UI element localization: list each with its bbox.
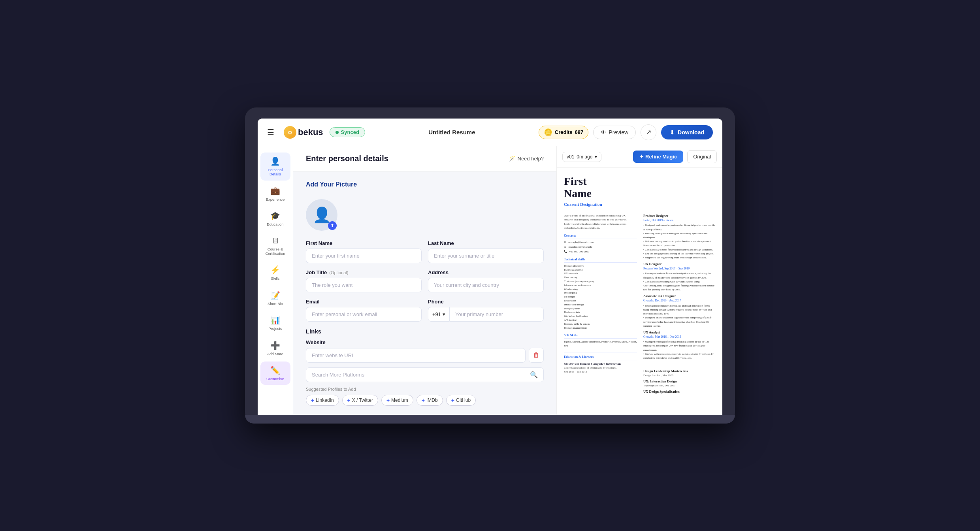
last-name-input[interactable] — [428, 249, 544, 263]
chip-medium[interactable]: + Medium — [381, 395, 413, 406]
resume-tech-skills-list: Product discovery Business analysis UX r… — [564, 264, 637, 330]
hamburger-icon[interactable]: ☰ — [267, 128, 274, 137]
sidebar-item-education[interactable]: 🎓 Education — [260, 207, 290, 230]
education-icon: 🎓 — [270, 211, 280, 220]
personal-details-icon: 👤 — [270, 156, 280, 166]
sidebar-item-projects[interactable]: 📊 Projects — [260, 311, 290, 335]
website-url-input[interactable] — [306, 348, 526, 363]
chip-plus-icon: + — [311, 397, 314, 403]
credits-icon: 🪙 — [544, 128, 552, 137]
links-title: Links — [306, 328, 544, 335]
original-button[interactable]: Original — [687, 150, 717, 163]
suggested-label: Suggested Profiles to Add — [306, 387, 544, 392]
resume-linkedin: in linkedin.com/example — [564, 245, 637, 249]
website-label: Website — [306, 339, 544, 345]
trash-icon: 🗑 — [533, 352, 539, 359]
sidebar-label-experience: Experience — [266, 197, 285, 201]
chip-linkedin[interactable]: + LinkedIn — [306, 395, 339, 406]
short-bio-icon: 📝 — [270, 290, 280, 300]
sidebar-item-course-cert[interactable]: 🖥 Course & Certification — [260, 232, 290, 260]
phone-prefix-selector[interactable]: +91 ▾ — [428, 307, 449, 322]
form-header: Enter personal details 🪄 Need help? — [293, 146, 556, 171]
sidebar-item-add-more[interactable]: ➕ Add More — [260, 337, 290, 360]
experience-icon: 💼 — [270, 186, 280, 196]
email-phone-row: Email Phone +91 ▾ — [306, 299, 544, 322]
customise-icon: ✏️ — [270, 365, 280, 375]
chevron-down-icon: ▾ — [595, 154, 597, 160]
magic-icon: 🪄 — [509, 156, 515, 162]
sidebar-item-short-bio[interactable]: 📝 Short Bio — [260, 286, 290, 310]
search-icon[interactable]: 🔍 — [530, 371, 538, 378]
sidebar-item-experience[interactable]: 💼 Experience — [260, 182, 290, 205]
address-input[interactable] — [428, 278, 544, 292]
need-help-button[interactable]: 🪄 Need help? — [509, 156, 544, 162]
sidebar-item-customise[interactable]: ✏️ Customise — [260, 362, 290, 385]
avatar-placeholder-icon: 👤 — [313, 206, 331, 224]
phone-label: Phone — [428, 299, 544, 305]
credits-value: 687 — [575, 129, 584, 135]
first-name-input[interactable] — [306, 249, 422, 263]
resume-email: ✉ example@domain.com — [564, 241, 637, 245]
chip-github[interactable]: + GitHub — [446, 395, 476, 406]
download-icon: ⬇ — [670, 129, 675, 136]
laptop-base — [245, 415, 735, 424]
delete-website-button[interactable]: 🗑 — [529, 348, 544, 363]
resume-designation: Current Designation — [564, 201, 715, 207]
email-input[interactable] — [306, 307, 422, 322]
share-icon: ↗ — [646, 128, 651, 136]
share-button[interactable]: ↗ — [641, 124, 656, 140]
main-layout: 👤 Personal Details 💼 Experience 🎓 Educat… — [258, 146, 722, 415]
avatar-upload-icon: ⬆ — [328, 221, 337, 230]
credits-badge: 🪙 Credits 687 — [539, 126, 589, 139]
email-label: Email — [306, 299, 422, 305]
name-row: First Name Last Name — [306, 240, 544, 263]
app-header: ☰ o bekus Synced Untitled Resume 🪙 Credi… — [258, 119, 722, 146]
chip-plus-icon: + — [451, 397, 454, 403]
sidebar-item-skills[interactable]: ⚡ Skills — [260, 261, 290, 284]
logo-text: bekus — [298, 127, 323, 137]
email-icon: ✉ — [564, 241, 566, 245]
phone-prefix-value: +91 — [432, 311, 441, 317]
refine-magic-button[interactable]: ✦ Refine Magic — [633, 151, 683, 163]
preview-label: Preview — [609, 129, 628, 136]
logo-icon: o — [284, 126, 296, 139]
download-button[interactable]: ⬇ Download — [661, 125, 713, 139]
search-platform-input[interactable] — [312, 368, 530, 382]
version-selector[interactable]: v01 0m ago ▾ — [562, 152, 601, 162]
chip-plus-icon: + — [386, 397, 390, 403]
synced-dot — [335, 131, 339, 134]
chip-twitter[interactable]: + X / Twitter — [342, 395, 378, 406]
resume-name: FirstName — [564, 175, 715, 200]
job-title-label: Job Title (Optional) — [306, 269, 422, 275]
form-area: Enter personal details 🪄 Need help? Add … — [293, 146, 556, 415]
resume-document: FirstName Current Designation Over 5 yea… — [557, 168, 722, 407]
preview-panel: v01 0m ago ▾ ✦ Refine Magic Original — [556, 146, 722, 415]
phone-input[interactable] — [449, 307, 544, 322]
eye-icon: 👁 — [601, 129, 606, 136]
refine-label: ✦ Refine Magic — [639, 154, 677, 160]
add-picture-title: Add Your Picture — [306, 181, 357, 188]
sidebar-item-personal-details[interactable]: 👤 Personal Details — [260, 153, 290, 181]
header-right: 🪙 Credits 687 👁 Preview ↗ ⬇ Download — [539, 124, 713, 140]
phone-icon: 📞 — [564, 250, 567, 254]
resume-education-title: Education & Licences — [564, 355, 637, 360]
url-input-row: 🗑 — [306, 348, 544, 363]
sidebar-label-add-more: Add More — [267, 352, 283, 356]
avatar-upload-button[interactable]: 👤 ⬆ — [306, 199, 337, 231]
resume-header-row: Over 5 years of professional experience … — [564, 211, 715, 394]
job-title-group: Job Title (Optional) — [306, 269, 422, 292]
sidebar-label-course-cert: Course & Certification — [264, 247, 287, 256]
job-title-input[interactable] — [306, 278, 422, 292]
chip-plus-icon: + — [422, 397, 425, 403]
sidebar-label-customise: Customise — [266, 377, 284, 381]
chip-plus-icon: + — [347, 397, 351, 403]
resume-job-4: UX Analyst Growshi, Mar 2016 – Dec 2016 … — [643, 330, 715, 360]
form-title: Enter personal details — [306, 154, 388, 163]
chip-github-label: GitHub — [456, 397, 471, 403]
original-label: Original — [693, 154, 711, 160]
address-label: Address — [428, 269, 544, 275]
preview-button[interactable]: 👁 Preview — [593, 126, 636, 139]
chip-imdb[interactable]: + IMDb — [416, 395, 443, 406]
email-group: Email — [306, 299, 422, 322]
resume-preview: FirstName Current Designation Over 5 yea… — [557, 168, 722, 415]
